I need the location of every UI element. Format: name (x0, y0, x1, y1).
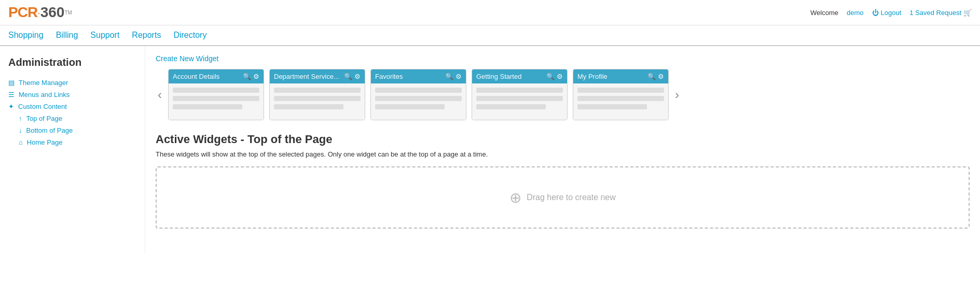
header: PCR·360TM Welcome demo ⏻ Logout 1 Saved … (0, 0, 980, 25)
widget-line (274, 88, 361, 93)
widget-line (375, 88, 462, 93)
saved-request-label: 1 Saved Request (909, 9, 961, 17)
active-widgets-title: Active Widgets - Top of the Page (156, 133, 970, 146)
cart-icon: 🛒 (963, 9, 972, 17)
sidebar-item-label: Custom Content (18, 103, 67, 110)
widget-body (169, 83, 264, 120)
settings-icon[interactable]: ⚙ (658, 73, 664, 80)
sidebar-item-label: Bottom of Page (26, 126, 73, 134)
widget-card-department-service: Department Service... 🔍 ⚙ (269, 69, 365, 120)
header-right: Welcome demo ⏻ Logout 1 Saved Request 🛒 (810, 9, 972, 17)
nav-support[interactable]: Support (90, 31, 119, 40)
carousel-next-button[interactable]: › (673, 88, 681, 102)
logo-tm: TM (64, 10, 72, 16)
widget-line (375, 104, 445, 109)
main: Administration ▤ Theme Manager ☰ Menus a… (0, 46, 980, 253)
widget-title: Department Service... (274, 73, 344, 80)
active-widgets-desc: These widgets will show at the top of th… (156, 150, 970, 158)
widget-icons: 🔍 ⚙ (344, 73, 361, 80)
sidebar-item-label: Menus and Links (19, 91, 70, 98)
settings-icon[interactable]: ⚙ (253, 73, 259, 80)
drop-text: Drag here to create new (527, 193, 616, 202)
home-page-icon: ⌂ (19, 138, 23, 146)
widget-line (577, 88, 664, 93)
sidebar-title: Administration (8, 57, 136, 68)
settings-icon[interactable]: ⚙ (354, 73, 361, 80)
widget-card-header: Account Details 🔍 ⚙ (169, 69, 264, 83)
power-icon: ⏻ (872, 9, 879, 17)
sidebar-item-theme-manager[interactable]: ▤ Theme Manager (8, 77, 136, 89)
nav-shopping[interactable]: Shopping (8, 31, 44, 40)
widget-card-header: Getting Started 🔍 ⚙ (472, 69, 567, 83)
logo-360: 360 (40, 4, 65, 21)
search-icon[interactable]: 🔍 (344, 73, 352, 80)
welcome-user: demo (847, 9, 864, 17)
drop-zone-inner: ⊕ Drag here to create new (509, 189, 616, 206)
saved-request-button[interactable]: 1 Saved Request 🛒 (909, 9, 972, 17)
nav-directory[interactable]: Directory (173, 31, 206, 40)
widget-line (173, 96, 259, 101)
widget-card-getting-started: Getting Started 🔍 ⚙ (472, 69, 568, 120)
nav-billing[interactable]: Billing (56, 31, 78, 40)
widgets-list: Account Details 🔍 ⚙ De (168, 69, 669, 120)
widget-card-header: Department Service... 🔍 ⚙ (270, 69, 365, 83)
menus-links-icon: ☰ (8, 91, 15, 98)
widget-carousel: ‹ Account Details 🔍 ⚙ (156, 69, 970, 120)
drop-plus-icon: ⊕ (509, 189, 521, 206)
sidebar-item-menus-links[interactable]: ☰ Menus and Links (8, 89, 136, 101)
widget-line (173, 88, 259, 93)
search-icon[interactable]: 🔍 (647, 73, 656, 80)
sidebar-item-label: Top of Page (26, 115, 62, 122)
logout-button[interactable]: ⏻ Logout (872, 9, 902, 17)
settings-icon[interactable]: ⚙ (557, 73, 563, 80)
widget-body (472, 83, 567, 120)
widget-body (573, 83, 668, 120)
bottom-of-page-icon: ↓ (19, 126, 22, 134)
sidebar-item-label: Home Page (27, 138, 63, 146)
widget-line (577, 96, 664, 101)
content-area: Create New Widget ‹ Account Details 🔍 ⚙ (145, 46, 980, 253)
widget-icons: 🔍 ⚙ (243, 73, 259, 80)
widget-line (476, 104, 546, 109)
custom-content-icon: ✦ (8, 103, 14, 110)
top-of-page-icon: ↑ (19, 115, 22, 122)
widget-card-header: Favorites 🔍 ⚙ (371, 69, 466, 83)
widget-title: Account Details (173, 73, 243, 80)
widget-line (476, 88, 563, 93)
widget-icons: 🔍 ⚙ (546, 73, 563, 80)
search-icon[interactable]: 🔍 (445, 73, 453, 80)
sidebar-item-label: Theme Manager (19, 79, 68, 87)
sidebar-item-bottom-of-page[interactable]: ↓ Bottom of Page (8, 124, 136, 136)
widget-line (173, 104, 242, 109)
widget-title: My Profile (577, 73, 647, 80)
carousel-prev-button[interactable]: ‹ (156, 88, 164, 102)
widget-icons: 🔍 ⚙ (445, 73, 462, 80)
widget-icons: 🔍 ⚙ (647, 73, 664, 80)
widget-title: Favorites (375, 73, 445, 80)
logo: PCR·360TM (8, 4, 72, 21)
widget-line (375, 96, 462, 101)
widget-line (577, 104, 647, 109)
widget-line (476, 96, 563, 101)
logo-pcr: PCR (8, 4, 37, 21)
widget-title: Getting Started (476, 73, 546, 80)
main-nav: Shopping Billing Support Reports Directo… (0, 25, 980, 46)
sidebar-item-custom-content[interactable]: ✦ Custom Content (8, 101, 136, 112)
settings-icon[interactable]: ⚙ (456, 73, 462, 80)
theme-manager-icon: ▤ (8, 79, 15, 87)
widget-line (274, 104, 343, 109)
search-icon[interactable]: 🔍 (546, 73, 555, 80)
sidebar: Administration ▤ Theme Manager ☰ Menus a… (0, 46, 145, 253)
nav-reports[interactable]: Reports (132, 31, 161, 40)
widget-card-account-details: Account Details 🔍 ⚙ (168, 69, 264, 120)
widget-card-header: My Profile 🔍 ⚙ (573, 69, 668, 83)
widget-card-favorites: Favorites 🔍 ⚙ (370, 69, 466, 120)
search-icon[interactable]: 🔍 (243, 73, 251, 80)
sidebar-item-top-of-page[interactable]: ↑ Top of Page (8, 112, 136, 124)
widget-body (270, 83, 365, 120)
sidebar-item-home-page[interactable]: ⌂ Home Page (8, 136, 136, 148)
drop-zone[interactable]: ⊕ Drag here to create new (156, 166, 970, 229)
logout-label: Logout (881, 9, 902, 17)
widget-line (274, 96, 361, 101)
create-widget-link[interactable]: Create New Widget (156, 54, 218, 63)
